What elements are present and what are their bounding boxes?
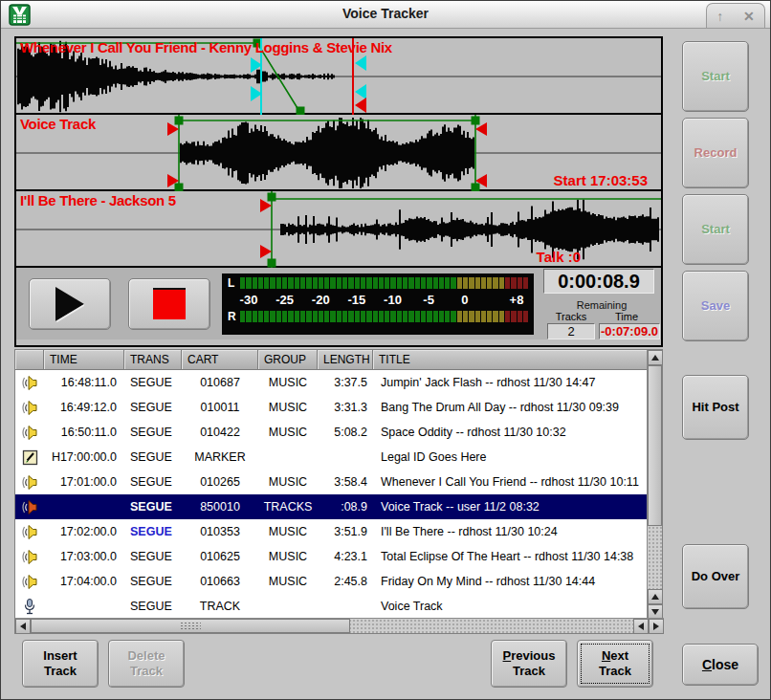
- log-column-header[interactable]: TRANS: [124, 350, 182, 370]
- log-cell-length: :08.9: [318, 500, 373, 514]
- scroll-right-button[interactable]: [649, 619, 664, 634]
- hit-post-button[interactable]: Hit Post: [682, 375, 749, 440]
- log-column-header[interactable]: GROUP: [258, 350, 318, 370]
- log-table: TIMETRANSCARTGROUPLENGTHTITLE 16:48:11.0…: [14, 349, 663, 634]
- log-cell-title: Friday On My Mind -- rdhost 11/30 14:44: [373, 575, 649, 588]
- vertical-scroll-thumb[interactable]: [648, 365, 662, 526]
- horizontal-scroll-thumb[interactable]: [31, 619, 350, 633]
- log-cell-group: MUSIC: [258, 550, 318, 563]
- meter-right-label: R: [228, 310, 240, 323]
- log-cell-title: Jumpin' Jack Flash -- rdhost 11/30 14:47: [373, 376, 649, 389]
- previous-rest: revious: [511, 648, 555, 663]
- log-cell-title: Total Eclipse Of The Heart -- rdhost 11/…: [373, 550, 649, 563]
- log-row[interactable]: H17:00:00.0SEGUEMARKERLegal ID Goes Here: [15, 445, 649, 470]
- log-row[interactable]: SEGUETRACKVoice Track: [15, 594, 649, 619]
- waveform-editor: Whenever I Call You Friend - Kenny Loggi…: [14, 36, 663, 347]
- remaining-tracks-label: Tracks: [543, 311, 599, 322]
- log-cell-cart: TRACK: [182, 600, 258, 613]
- scroll-up-button-2[interactable]: [648, 589, 663, 604]
- log-row[interactable]: 16:49:12.0SEGUE010011MUSIC3:31.3Bang The…: [15, 395, 649, 420]
- right-arrow-icon: [653, 623, 659, 630]
- log-cell-trans: SEGUE: [124, 426, 182, 439]
- meter-scale-tick: -30: [240, 293, 258, 307]
- log-cell-trans: SEGUE: [124, 376, 182, 389]
- log-cell-time: H17:00:00.0: [44, 450, 124, 464]
- next-rest: ext: [610, 648, 628, 663]
- down-arrow-icon: [651, 609, 659, 615]
- log-row[interactable]: 17:03:00.0SEGUE010625MUSIC4:23.1Total Ec…: [15, 544, 649, 569]
- previous-track-button[interactable]: PreviousTrack: [491, 640, 567, 688]
- shade-window-button[interactable]: ↑: [716, 9, 723, 24]
- log-column-header[interactable]: [15, 350, 44, 370]
- log-cell-group: MUSIC: [258, 525, 318, 538]
- log-cell-title: Whenever I Call You Friend -- rdhost 11/…: [373, 475, 649, 489]
- log-row[interactable]: 16:50:11.0SEGUE010422MUSIC5:08.2Space Od…: [15, 420, 649, 445]
- marker-icon: [15, 449, 44, 466]
- window-title: Voice Tracker: [1, 6, 770, 21]
- meter-scale-tick: 0: [461, 293, 468, 307]
- remaining-time-label: Time: [599, 311, 654, 322]
- speaker-icon: [15, 574, 44, 590]
- previous-line2: Track: [513, 664, 545, 678]
- start-bottom-button[interactable]: Start: [682, 194, 749, 265]
- play-icon: [54, 286, 86, 322]
- log-cell-time: 17:03:00.0: [44, 550, 124, 563]
- log-cell-group: MUSIC: [258, 376, 318, 389]
- record-button[interactable]: Record: [682, 118, 749, 188]
- horizontal-scrollbar[interactable]: [15, 618, 664, 633]
- scroll-left-button[interactable]: [15, 619, 31, 634]
- close-button[interactable]: Close: [682, 644, 759, 686]
- left-arrow-icon: [638, 623, 644, 630]
- log-column-header[interactable]: CART: [182, 350, 258, 370]
- log-cell-time: 17:02:00.0: [44, 525, 124, 538]
- log-cell-length: 3:31.3: [318, 401, 373, 414]
- vertical-scrollbar[interactable]: [647, 350, 662, 620]
- track-pane-3[interactable]: I'll Be There - Jackson 5 Talk :0: [16, 191, 661, 268]
- titlebar[interactable]: Voice Tracker ↑ ✕: [1, 1, 770, 29]
- log-column-header[interactable]: TITLE: [373, 350, 649, 370]
- track-3-talk-time: Talk :0: [537, 249, 581, 265]
- log-cell-group: MUSIC: [258, 426, 318, 439]
- log-cell-trans: SEGUE: [124, 401, 182, 414]
- log-cell-time: 17:04:00.0: [44, 575, 124, 588]
- log-row[interactable]: 17:01:00.0SEGUE010265MUSIC3:58.4Whenever…: [15, 470, 649, 494]
- start-top-button[interactable]: Start: [682, 41, 749, 112]
- save-button[interactable]: Save: [682, 271, 749, 341]
- log-cell-trans: SEGUE: [124, 575, 182, 588]
- horizontal-scroll-track[interactable]: [350, 619, 633, 633]
- log-header: TIMETRANSCARTGROUPLENGTHTITLE: [15, 350, 649, 370]
- up-arrow-icon: [651, 355, 659, 361]
- log-cell-title: Legal ID Goes Here: [373, 450, 649, 464]
- transport-bar: L -30-25-20-15-10-50+8 R 0:00:08.9 Remai…: [16, 268, 661, 339]
- scroll-up-button[interactable]: [648, 350, 663, 365]
- log-cell-cart: 850010: [182, 500, 258, 514]
- log-row[interactable]: 17:04:00.0SEGUE010663MUSIC2:45.8Friday O…: [15, 569, 649, 594]
- speaker-red-icon: [15, 499, 44, 515]
- track-pane-2[interactable]: Voice Track Start 17:03:53: [16, 115, 661, 191]
- close-window-button[interactable]: ✕: [743, 9, 755, 24]
- log-cell-group: MUSIC: [258, 401, 318, 414]
- next-track-button[interactable]: NextTrack: [577, 640, 653, 688]
- meter-scale-tick: -10: [384, 293, 402, 307]
- log-row[interactable]: 16:48:11.0SEGUE010687MUSIC3:37.5Jumpin' …: [15, 370, 649, 395]
- play-button[interactable]: [29, 278, 111, 330]
- insert-track-button[interactable]: InsertTrack: [22, 640, 99, 688]
- log-column-header[interactable]: LENGTH: [318, 350, 373, 370]
- scroll-left-button-2[interactable]: [633, 619, 649, 634]
- meter-scale-tick: -15: [347, 293, 365, 307]
- do-over-button[interactable]: Do Over: [682, 544, 749, 609]
- log-column-header[interactable]: TIME: [44, 350, 124, 370]
- meter-scale-tick: -25: [275, 293, 294, 307]
- next-line2: Track: [599, 664, 631, 678]
- log-row[interactable]: SEGUE850010TRACKS:08.9Voice Track -- use…: [15, 494, 649, 519]
- log-row[interactable]: 17:02:00.0SEGUE010353MUSIC3:51.9I'll Be …: [15, 519, 649, 544]
- track-pane-1[interactable]: Whenever I Call You Friend - Kenny Loggi…: [16, 38, 661, 115]
- log-cell-group: TRACKS: [258, 500, 318, 514]
- mic-icon: [15, 599, 44, 615]
- delete-track-button[interactable]: DeleteTrack: [108, 640, 185, 688]
- stop-button[interactable]: [128, 278, 210, 330]
- log-cell-trans: SEGUE: [124, 475, 182, 489]
- log-cell-title: Space Oddity -- rdhost 11/30 10:32: [373, 426, 649, 439]
- audio-level-meter: L -30-25-20-15-10-50+8 R: [222, 273, 534, 335]
- elapsed-time-display: 0:00:08.9: [543, 269, 654, 294]
